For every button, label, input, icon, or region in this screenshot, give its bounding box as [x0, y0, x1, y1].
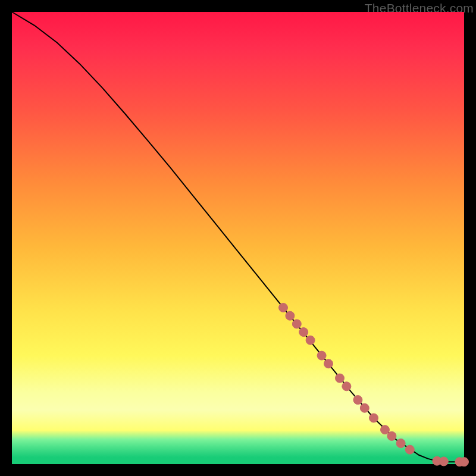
data-marker — [396, 439, 405, 448]
data-marker — [306, 336, 315, 345]
bottleneck-curve — [12, 12, 464, 462]
data-marker — [336, 374, 345, 383]
data-marker — [342, 382, 351, 391]
marker-group — [279, 303, 469, 466]
chart-stage: TheBottleneck.com — [0, 0, 476, 476]
data-marker — [360, 403, 369, 412]
data-marker — [324, 359, 333, 368]
data-marker — [405, 445, 414, 454]
data-marker — [353, 396, 362, 405]
chart-overlay — [12, 12, 464, 464]
data-marker — [387, 431, 396, 440]
plot-area — [12, 12, 464, 464]
data-marker — [286, 311, 295, 320]
data-marker — [369, 414, 378, 422]
data-marker — [279, 303, 288, 312]
data-marker — [381, 425, 390, 434]
data-marker — [439, 457, 448, 466]
data-marker — [317, 351, 326, 360]
data-marker — [292, 320, 301, 328]
data-marker — [460, 458, 469, 466]
data-marker — [299, 328, 308, 337]
